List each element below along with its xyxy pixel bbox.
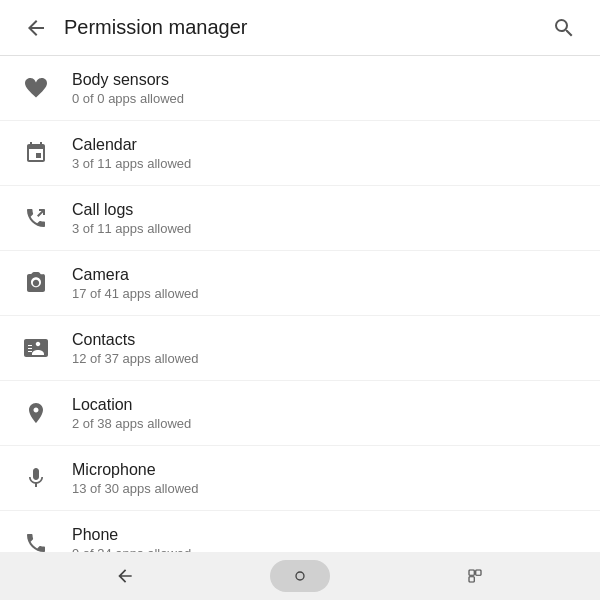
- page-title: Permission manager: [56, 16, 544, 39]
- location-title: Location: [72, 396, 584, 414]
- calendar-text: Calendar 3 of 11 apps allowed: [56, 136, 584, 171]
- navigation-bar: [0, 552, 600, 600]
- list-item-camera[interactable]: Camera 17 of 41 apps allowed: [0, 251, 600, 316]
- location-subtitle: 2 of 38 apps allowed: [72, 416, 584, 431]
- nav-recent-button[interactable]: [451, 560, 499, 592]
- location-icon: [16, 393, 56, 433]
- location-text: Location 2 of 38 apps allowed: [56, 396, 584, 431]
- contacts-icon: [16, 328, 56, 368]
- microphone-subtitle: 13 of 30 apps allowed: [72, 481, 584, 496]
- svg-rect-3: [469, 577, 474, 582]
- microphone-title: Microphone: [72, 461, 584, 479]
- list-item-call-logs[interactable]: Call logs 3 of 11 apps allowed: [0, 186, 600, 251]
- calendar-icon: [16, 133, 56, 173]
- contacts-title: Contacts: [72, 331, 584, 349]
- call-logs-title: Call logs: [72, 201, 584, 219]
- camera-subtitle: 17 of 41 apps allowed: [72, 286, 584, 301]
- body-sensors-text: Body sensors 0 of 0 apps allowed: [56, 71, 584, 106]
- list-item-calendar[interactable]: Calendar 3 of 11 apps allowed: [0, 121, 600, 186]
- list-item-phone[interactable]: Phone 9 of 34 apps allowed: [0, 511, 600, 552]
- camera-text: Camera 17 of 41 apps allowed: [56, 266, 584, 301]
- search-button[interactable]: [544, 8, 584, 48]
- camera-title: Camera: [72, 266, 584, 284]
- back-button[interactable]: [16, 8, 56, 48]
- svg-rect-1: [469, 570, 474, 575]
- contacts-text: Contacts 12 of 37 apps allowed: [56, 331, 584, 366]
- phone-text: Phone 9 of 34 apps allowed: [56, 526, 584, 553]
- body-sensors-title: Body sensors: [72, 71, 584, 89]
- svg-rect-2: [476, 570, 481, 575]
- list-item-location[interactable]: Location 2 of 38 apps allowed: [0, 381, 600, 446]
- calendar-subtitle: 3 of 11 apps allowed: [72, 156, 584, 171]
- contacts-subtitle: 12 of 37 apps allowed: [72, 351, 584, 366]
- call-logs-icon: [16, 198, 56, 238]
- header: Permission manager: [0, 0, 600, 56]
- list-item-microphone[interactable]: Microphone 13 of 30 apps allowed: [0, 446, 600, 511]
- nav-home-button[interactable]: [270, 560, 330, 592]
- microphone-icon: [16, 458, 56, 498]
- calendar-title: Calendar: [72, 136, 584, 154]
- body-sensors-icon: [16, 68, 56, 108]
- call-logs-text: Call logs 3 of 11 apps allowed: [56, 201, 584, 236]
- nav-back-button[interactable]: [101, 560, 149, 592]
- svg-point-0: [296, 572, 304, 580]
- call-logs-subtitle: 3 of 11 apps allowed: [72, 221, 584, 236]
- body-sensors-subtitle: 0 of 0 apps allowed: [72, 91, 584, 106]
- list-item-contacts[interactable]: Contacts 12 of 37 apps allowed: [0, 316, 600, 381]
- list-item-body-sensors[interactable]: Body sensors 0 of 0 apps allowed: [0, 56, 600, 121]
- permissions-list: Body sensors 0 of 0 apps allowed Calenda…: [0, 56, 600, 552]
- phone-icon: [16, 523, 56, 552]
- microphone-text: Microphone 13 of 30 apps allowed: [56, 461, 584, 496]
- screen: Permission manager Body sensors 0 of 0 a…: [0, 0, 600, 600]
- phone-title: Phone: [72, 526, 584, 544]
- camera-icon: [16, 263, 56, 303]
